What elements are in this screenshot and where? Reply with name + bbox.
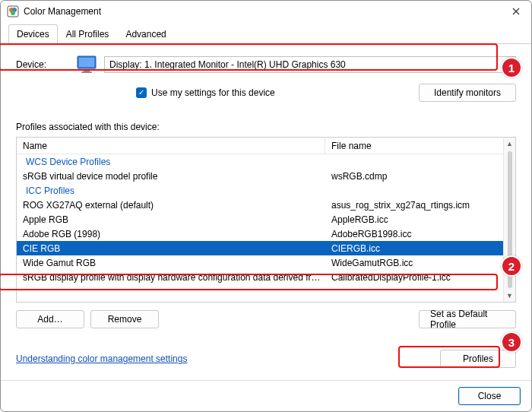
scroll-down-icon[interactable]: ▼ — [504, 290, 515, 302]
device-row: Device: Display: 1. Integrated Monitor -… — [16, 52, 516, 78]
color-management-dialog: Color Management Devices All Profiles Ad… — [0, 0, 532, 412]
profile-filename: CalibratedDisplayProfile-1.icc — [325, 272, 503, 283]
profile-row[interactable]: sRGB display profile with display hardwa… — [17, 270, 503, 284]
close-button[interactable]: Close — [458, 387, 521, 405]
use-settings-checkbox[interactable]: ✓ Use my settings for this device — [136, 87, 275, 98]
profiles-section-label: Profiles associated with this device: — [16, 122, 516, 132]
profile-row[interactable]: sRGB virtual device model profilewsRGB.c… — [17, 169, 503, 183]
tab-advanced[interactable]: Advanced — [117, 24, 174, 44]
tab-devices[interactable]: Devices — [8, 24, 58, 44]
profile-row[interactable]: Wide Gamut RGBWideGamutRGB.icc — [17, 255, 503, 270]
profile-filename: asus_rog_strix_xg27aq_rtings.icm — [325, 200, 503, 211]
scroll-up-icon[interactable]: ▲ — [504, 138, 515, 150]
profile-group-header: WCS Device Profiles — [17, 154, 503, 169]
profile-name: sRGB display profile with display hardwa… — [17, 272, 325, 283]
profile-name: Wide Gamut RGB — [17, 258, 325, 268]
settings-row: ✓ Use my settings for this device Identi… — [16, 84, 516, 102]
device-selected: Display: 1. Integrated Monitor - Intel(R… — [109, 59, 346, 70]
profile-row[interactable]: ROG XG27AQ external (default)asus_rog_st… — [17, 198, 503, 212]
list-actions: Add… Remove Set as Default Profile — [16, 310, 516, 328]
titlebar: Color Management — [1, 1, 531, 22]
tab-all-profiles[interactable]: All Profiles — [58, 24, 118, 44]
profile-name: sRGB virtual device model profile — [17, 171, 325, 182]
profile-filename: AppleRGB.icc — [325, 214, 503, 225]
profile-filename: wsRGB.cdmp — [325, 171, 503, 182]
profile-row[interactable]: Apple RGBAppleRGB.icc — [17, 212, 503, 227]
profile-name: ICC Profiles — [17, 185, 325, 196]
use-settings-label: Use my settings for this device — [151, 87, 275, 98]
profile-name: Adobe RGB (1998) — [17, 229, 325, 239]
device-dropdown[interactable]: Display: 1. Integrated Monitor - Intel(R… — [104, 56, 516, 73]
profile-row[interactable]: Adobe RGB (1998)AdobeRGB1998.icc — [17, 227, 503, 241]
svg-point-3 — [11, 11, 15, 15]
link-row: Understanding color management settings … — [16, 350, 516, 368]
profile-filename: CIERGB.icc — [325, 243, 503, 254]
identify-monitors-button[interactable]: Identify monitors — [419, 84, 516, 102]
profile-name: Apple RGB — [17, 214, 325, 225]
profiles-button[interactable]: Profiles — [440, 350, 516, 368]
remove-button[interactable]: Remove — [90, 310, 159, 328]
column-filename[interactable]: File name — [325, 138, 503, 154]
profile-name: ROG XG27AQ external (default) — [17, 200, 325, 211]
window-title: Color Management — [24, 6, 101, 17]
profile-name: WCS Device Profiles — [17, 157, 325, 167]
profile-group-header: ICC Profiles — [17, 183, 503, 198]
tab-strip: Devices All Profiles Advanced — [1, 24, 531, 44]
column-name[interactable]: Name — [17, 138, 325, 154]
chevron-down-icon: ▾ — [508, 61, 511, 68]
svg-rect-6 — [84, 69, 90, 71]
understanding-link[interactable]: Understanding color management settings — [16, 353, 187, 364]
monitor-icon — [75, 54, 98, 75]
svg-rect-5 — [79, 58, 94, 67]
profile-filename: WideGamutRGB.icc — [325, 258, 503, 268]
app-icon — [7, 5, 19, 17]
add-button[interactable]: Add… — [16, 310, 84, 328]
profile-filename: AdobeRGB1998.icc — [325, 229, 503, 239]
svg-rect-7 — [81, 71, 92, 73]
scrollbar[interactable]: ▲ ▼ — [503, 138, 515, 302]
tab-content: Device: Display: 1. Integrated Monitor -… — [1, 44, 531, 380]
profile-row[interactable]: CIE RGBCIERGB.icc — [17, 241, 503, 255]
device-label: Device: — [16, 59, 69, 70]
checkbox-checked-icon: ✓ — [136, 87, 147, 98]
close-icon[interactable] — [508, 4, 524, 19]
profile-name: CIE RGB — [17, 243, 325, 254]
dialog-footer: Close — [1, 380, 531, 411]
set-default-button[interactable]: Set as Default Profile — [419, 310, 516, 328]
list-header: Name File name — [17, 138, 503, 154]
profiles-list: Name File name WCS Device ProfilessRGB v… — [16, 137, 516, 303]
scroll-thumb[interactable] — [508, 151, 512, 288]
